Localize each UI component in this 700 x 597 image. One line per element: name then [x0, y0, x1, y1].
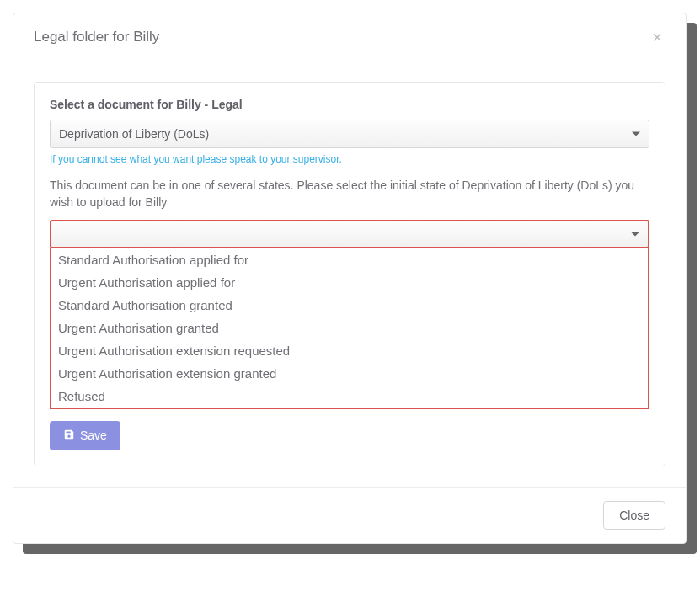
document-card: Select a document for Billy - Legal Depr… [34, 82, 665, 466]
save-button-label: Save [80, 429, 107, 442]
state-option[interactable]: Urgent Authorisation granted [51, 317, 648, 339]
document-select[interactable]: Deprivation of Liberty (DoLs) [50, 120, 649, 148]
chevron-down-icon [631, 232, 639, 236]
document-select-value: Deprivation of Liberty (DoLs) [59, 127, 209, 141]
close-button-label: Close [619, 509, 649, 522]
modal-title: Legal folder for Billy [34, 29, 159, 45]
state-option[interactable]: Urgent Authorisation extension requested [51, 339, 648, 362]
state-dropdown: Standard Authorisation applied for Urgen… [50, 248, 649, 409]
state-option[interactable]: Standard Authorisation applied for [51, 248, 648, 271]
section-label: Select a document for Billy - Legal [50, 98, 649, 111]
state-option[interactable]: Urgent Authorisation extension granted [51, 362, 648, 385]
state-option[interactable]: Urgent Authorisation applied for [51, 271, 648, 294]
close-icon[interactable]: × [649, 29, 665, 45]
state-dropdown-list[interactable]: Standard Authorisation applied for Urgen… [51, 248, 648, 408]
modal-footer: Close [13, 487, 686, 543]
save-icon [63, 429, 75, 443]
state-option[interactable]: Refused [51, 385, 648, 408]
state-option[interactable]: Standard Authorisation granted [51, 294, 648, 317]
modal-dialog: Legal folder for Billy × Select a docume… [13, 13, 687, 544]
helper-text: If you cannot see what you want please s… [50, 153, 649, 165]
state-select[interactable] [50, 220, 649, 248]
modal-header: Legal folder for Billy × [13, 13, 686, 61]
chevron-down-icon [632, 132, 640, 136]
close-button[interactable]: Close [603, 501, 665, 530]
modal-body: Select a document for Billy - Legal Depr… [13, 61, 686, 487]
state-info-text: This document can be in one of several s… [50, 177, 649, 211]
save-button[interactable]: Save [50, 421, 120, 450]
